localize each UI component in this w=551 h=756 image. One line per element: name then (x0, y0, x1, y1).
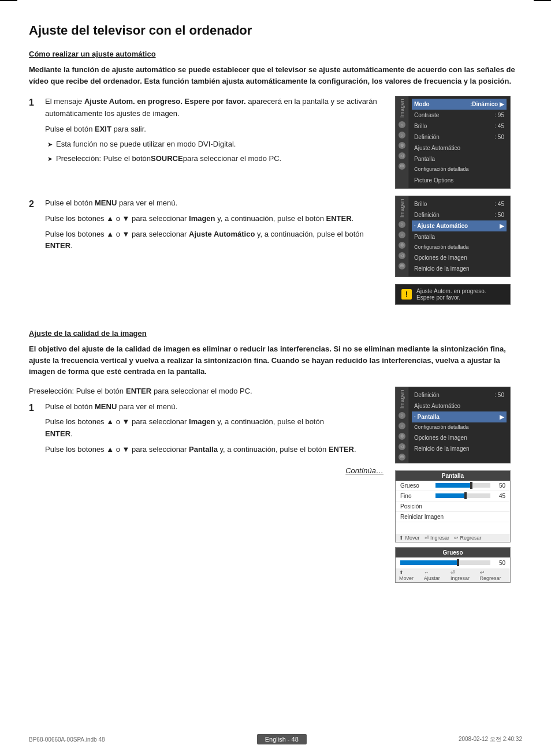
menu3-item-ajuste: Ajuste Automático (412, 401, 507, 411)
tv-menu2-content: Brillo: 45 Definición: 50 · Ajuste Autom… (408, 196, 510, 277)
nav-mover: ⬆ Mover (399, 535, 420, 541)
icon-gear: ⚙ (399, 142, 405, 149)
dialog-bar-fino (435, 493, 490, 498)
top-line-right (534, 0, 551, 1)
alert-text: Ajuste Autom. en progreso. Espere por fa… (416, 288, 504, 301)
icon-circle2: ○ (399, 132, 405, 139)
step1: 1 El mensaje Ajuste Autom. en progreso. … (29, 96, 384, 167)
section2-step1-content: Pulse el botón MENU para ver el menú. Pu… (45, 401, 384, 459)
footer-left: BP68-00660A-00SPA.indb 48 (29, 736, 105, 743)
gnav-mover: ⬆ Mover (399, 570, 419, 581)
dialog-bar-grueso (435, 483, 490, 488)
grueso-value: 50 (494, 560, 505, 566)
step2-line3: Pulse los botones ▲ o ▼ para seleccionar… (45, 229, 384, 253)
page-title: Ajuste del televisor con el ordenador (29, 23, 522, 38)
step1-number: 1 (29, 96, 40, 167)
footer-center: English - 48 (257, 734, 307, 744)
page-footer: BP68-00660A-00SPA.indb 48 English - 48 2… (0, 734, 551, 744)
step1-note2: Preselección: Pulse el botón SOURCE para… (45, 153, 384, 165)
menu2-item-config: Configuración detallada (412, 242, 507, 253)
menu2-item-reinicio: Reinicio de la imagen (412, 263, 507, 274)
tv-menu3: Imagen ○ ○ ⚙ ◁ ✉ Definición: 50 (395, 387, 511, 463)
nav-ingresar: ⏎ Ingresar (425, 535, 450, 541)
top-lines (0, 0, 551, 1)
menu3-item-reinicio: Reinicio de la imagen (412, 443, 507, 454)
section2-content-area: Preselección: Pulse el botón ENTER para … (29, 387, 522, 583)
dialog-row-grueso: Grueso 50 (396, 481, 510, 491)
step1-exit: Pulse el botón EXIT para salir. (45, 123, 384, 136)
menu2-item-brillo: Brillo: 45 (412, 199, 507, 209)
gnav-regresar: ↩ Regresar (480, 570, 507, 581)
icon3-gear: ⚙ (399, 433, 405, 440)
menu3-item-def: Definición: 50 (412, 390, 507, 401)
icon-circle1: ○ (399, 121, 405, 128)
page-container: Ajuste del televisor con el ordenador Có… (0, 0, 551, 756)
section1-intro: Mediante la función de ajuste automático… (29, 64, 522, 87)
grueso-bar-fill (400, 560, 459, 565)
dialog-nav1: ⬆ Mover ⏎ Ingresar ↩ Regresar (396, 534, 510, 542)
step1-content: El mensaje Ajuste Autom. en progreso. Es… (45, 96, 384, 167)
alert-icon: ! (401, 289, 412, 300)
icon2-gear: ⚙ (399, 242, 405, 249)
icon3-circle2: ○ (399, 422, 405, 429)
section2-right: Imagen ○ ○ ⚙ ◁ ✉ Definición: 50 (395, 387, 522, 583)
step2-number: 2 (29, 197, 40, 256)
tv-menu3-sidebar: Imagen ○ ○ ⚙ ◁ ✉ (396, 387, 408, 463)
section1-heading: Cómo realizar un ajuste automático (29, 50, 522, 58)
menu1-item-contraste: Contraste: 95 (412, 110, 507, 121)
section2-heading: Ajuste de la calidad de la imagen (29, 329, 522, 338)
menu1-item-definicion: Definición: 50 (412, 132, 507, 143)
menu3-item-opciones: Opciones de imagen (412, 432, 507, 443)
dialog-label-grueso: Grueso (400, 482, 432, 489)
tv-menu1-content: Modo:Dinámico ▶ Contraste: 95 Brillo: 45… (408, 96, 510, 188)
dialog-val-fino: 45 (494, 493, 505, 499)
menu1-item-pantalla: Pantalla (412, 154, 507, 164)
tv-menu1-label: Imagen (399, 99, 405, 118)
icon-envelope: ✉ (399, 163, 405, 170)
dialog-bar-fill-fino (435, 493, 466, 498)
section2-step1-num: 1 (29, 401, 40, 459)
icon2-envelope: ✉ (399, 263, 405, 270)
tv-menu2-label: Imagen (399, 199, 405, 218)
icon2-arrow: ◁ (399, 252, 405, 259)
step1-exit-bold: EXIT (95, 125, 111, 133)
dialog-row-posicion: Posición (396, 501, 510, 512)
dialog-bar-fill-grueso (435, 483, 471, 488)
continua: Contínúa… (29, 466, 384, 475)
grueso-title: Grueso (396, 548, 510, 557)
tv-menu1: Imagen ○ ○ ⚙ ◁ ✉ Modo:Dinámico ▶ Contras… (395, 96, 511, 189)
menu1-item-brillo: Brillo: 45 (412, 121, 507, 132)
spacer1 (29, 174, 384, 197)
menu2-item-opciones: Opciones de imagen (412, 252, 507, 263)
icon3-arrow: ◁ (399, 443, 405, 450)
dialog-row-reiniciar: Reiniciar Imagen (396, 512, 510, 522)
s2-line2: Pulse los botones ▲ o ▼ para seleccionar… (45, 416, 384, 440)
dialog-label-posicion: Posición (400, 503, 432, 510)
menu3-item-pantalla: · Pantalla▶ (412, 411, 507, 422)
icon2-circle2: ○ (399, 231, 405, 238)
nav-regresar: ↩ Regresar (454, 535, 482, 541)
icon2-circle1: ○ (399, 221, 405, 228)
step1-source: SOURCE (151, 153, 183, 165)
tv-menu3-content: Definición: 50 Ajuste Automático · Panta… (408, 387, 510, 463)
menu1-item-config: Configuración detallada (412, 164, 507, 175)
top-line-left (0, 0, 17, 1)
grueso-row: 50 (396, 557, 510, 568)
grueso-nav: ⬆ Mover ↔ Ajustar ⏎ Ingresar ↩ Regresar (396, 568, 510, 582)
gnav-ajustar: ↔ Ajustar (424, 570, 446, 581)
section1: Cómo realizar un ajuste automático Media… (29, 50, 522, 87)
icon3-envelope: ✉ (399, 454, 405, 461)
step1-note1: Esta función no se puede utilizar en mod… (45, 139, 384, 151)
content-area: 1 El mensaje Ajuste Autom. en progreso. … (29, 96, 522, 312)
dialog-spacer (396, 522, 510, 534)
dialog-handle-fino (464, 492, 467, 499)
menu3-item-config: Configuración detallada (412, 422, 507, 433)
tv-menu2: Imagen ○ ○ ⚙ ◁ ✉ Brillo: 45 Definición: … (395, 196, 511, 278)
section2-step1: 1 Pulse el botón MENU para ver el menú. … (29, 401, 384, 459)
step1-main: El mensaje Ajuste Autom. en progreso. Es… (45, 96, 384, 120)
step2-line2: Pulse los botones ▲ o ▼ para seleccionar… (45, 213, 384, 225)
left-col: 1 El mensaje Ajuste Autom. en progreso. … (29, 96, 395, 312)
gnav-ingresar: ⏎ Ingresar (451, 570, 475, 581)
icon-arrow: ◁ (399, 152, 405, 159)
menu2-item-ajuste: · Ajuste Automático▶ (412, 220, 507, 231)
